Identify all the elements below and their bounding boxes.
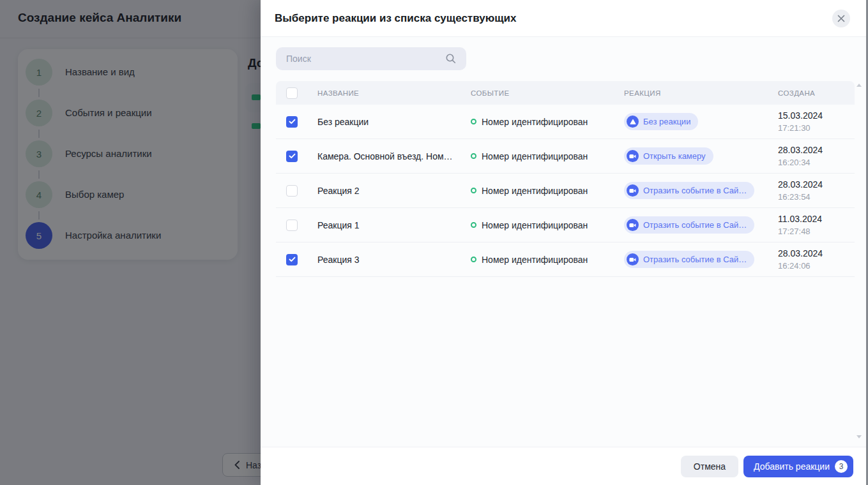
event-cell: Номер идентифицирован xyxy=(471,255,624,265)
row-checkbox-cell xyxy=(276,185,307,197)
row-checkbox[interactable] xyxy=(286,185,298,197)
row-checkbox[interactable] xyxy=(286,254,298,265)
reaction-type-icon xyxy=(627,253,639,265)
row-checkbox-cell xyxy=(276,220,307,231)
scrollbar-up-arrow-icon[interactable] xyxy=(857,84,862,87)
created-cell: 28.03.2024 16:24:06 xyxy=(778,248,855,271)
row-checkbox[interactable] xyxy=(286,116,298,128)
event-name: Номер идентифицирован xyxy=(482,255,588,265)
event-cell: Номер идентифицирован xyxy=(471,220,624,230)
reaction-type-icon xyxy=(627,219,639,231)
event-name: Номер идентифицирован xyxy=(482,117,588,127)
created-time: 17:27:48 xyxy=(778,227,855,237)
event-name: Номер идентифицирован xyxy=(482,186,588,196)
reaction-badge-label: Отразить событие в Сай… xyxy=(643,220,747,230)
event-status-icon xyxy=(471,222,476,228)
modal-backdrop[interactable] xyxy=(0,0,261,485)
reaction-badge: Отразить событие в Сай… xyxy=(624,182,754,199)
reaction-badge-label: Открыть камеру xyxy=(643,151,706,161)
event-cell: Номер идентифицирован xyxy=(471,151,624,161)
reaction-name: Реакция 1 xyxy=(307,220,471,230)
table-row[interactable]: Реакция 3 Номер идентифицирован Отразить… xyxy=(276,243,855,277)
search-field xyxy=(276,47,466,70)
reaction-badge: Отразить событие в Сай… xyxy=(624,251,754,268)
created-time: 16:23:54 xyxy=(778,192,855,202)
created-time: 16:24:06 xyxy=(778,261,855,271)
event-cell: Номер идентифицирован xyxy=(471,186,624,196)
select-all-checkbox[interactable] xyxy=(286,87,298,99)
created-cell: 28.03.2024 16:23:54 xyxy=(778,179,855,202)
reaction-type-icon xyxy=(627,184,639,197)
row-checkbox[interactable] xyxy=(286,220,298,231)
reaction-badge: Открыть камеру xyxy=(624,147,713,165)
reaction-badge-label: Без реакции xyxy=(643,117,690,126)
table-row[interactable]: Камера. Основной въезд. Ном… Номер идент… xyxy=(276,139,855,174)
reaction-name: Реакция 3 xyxy=(307,255,471,265)
table-header-row: НАЗВАНИЕ СОБЫТИЕ РЕАКЦИЯ СОЗДАНА xyxy=(276,81,855,105)
column-header-name: НАЗВАНИЕ xyxy=(307,89,471,97)
column-header-created: СОЗДАНА xyxy=(778,89,855,97)
search-input[interactable] xyxy=(276,47,466,70)
created-date: 28.03.2024 xyxy=(778,179,855,190)
reaction-type-icon xyxy=(627,116,639,128)
cancel-button[interactable]: Отмена xyxy=(681,456,738,477)
close-button[interactable] xyxy=(832,10,850,27)
add-reactions-button[interactable]: Добавить реакции 3 xyxy=(743,456,853,477)
modal-footer: Отмена Добавить реакции 3 xyxy=(261,447,866,485)
reaction-cell: Без реакции xyxy=(624,113,778,130)
reaction-badge-label: Отразить событие в Сай… xyxy=(643,255,747,264)
created-date: 28.03.2024 xyxy=(778,248,855,259)
row-checkbox-cell xyxy=(276,151,307,162)
row-checkbox-cell xyxy=(276,254,307,265)
created-date: 11.03.2024 xyxy=(778,214,855,225)
table-row[interactable]: Реакция 1 Номер идентифицирован Отразить… xyxy=(276,208,855,243)
column-header-reaction: РЕАКЦИЯ xyxy=(624,89,778,97)
modal-title: Выберите реакции из списка существующих xyxy=(275,12,516,25)
reaction-type-icon xyxy=(627,150,639,162)
no-reaction-icon xyxy=(630,119,636,125)
table-body: Без реакции Номер идентифицирован Без ре… xyxy=(276,105,855,277)
add-reactions-label: Добавить реакции xyxy=(754,461,830,472)
created-time: 17:21:30 xyxy=(778,123,855,133)
created-date: 28.03.2024 xyxy=(778,145,855,156)
reaction-badge-label: Отразить событие в Сай… xyxy=(643,186,747,195)
scrollbar-down-arrow-icon[interactable] xyxy=(857,435,862,438)
column-header-event: СОБЫТИЕ xyxy=(471,89,624,97)
reaction-cell: Отразить событие в Сай… xyxy=(624,216,778,234)
camera-icon xyxy=(629,222,636,228)
reaction-cell: Отразить событие в Сай… xyxy=(624,251,778,268)
reaction-name: Камера. Основной въезд. Ном… xyxy=(307,151,471,161)
reaction-name: Без реакции xyxy=(307,117,471,127)
event-status-icon xyxy=(471,119,476,124)
camera-icon xyxy=(629,257,636,263)
reaction-name: Реакция 2 xyxy=(307,186,471,196)
reaction-cell: Отразить событие в Сай… xyxy=(624,182,778,199)
reaction-cell: Открыть камеру xyxy=(624,147,778,165)
created-cell: 28.03.2024 16:20:34 xyxy=(778,145,855,167)
created-date: 15.03.2024 xyxy=(778,110,855,121)
reactions-table: НАЗВАНИЕ СОБЫТИЕ РЕАКЦИЯ СОЗДАНА Без реа… xyxy=(276,81,855,277)
created-cell: 15.03.2024 17:21:30 xyxy=(778,110,855,133)
reaction-badge: Без реакции xyxy=(624,113,698,130)
header-checkbox-cell xyxy=(276,87,307,99)
created-time: 16:20:34 xyxy=(778,158,855,168)
checkmark-icon xyxy=(289,153,296,159)
camera-icon xyxy=(629,188,636,194)
checkmark-icon xyxy=(289,119,296,124)
reaction-badge: Отразить событие в Сай… xyxy=(624,216,754,234)
selected-count-badge: 3 xyxy=(835,460,848,473)
table-row[interactable]: Без реакции Номер идентифицирован Без ре… xyxy=(276,105,855,139)
row-checkbox-cell xyxy=(276,116,307,128)
created-cell: 11.03.2024 17:27:48 xyxy=(778,214,855,236)
modal-header: Выберите реакции из списка существующих xyxy=(261,0,868,37)
event-cell: Номер идентифицирован xyxy=(471,117,624,127)
table-row[interactable]: Реакция 2 Номер идентифицирован Отразить… xyxy=(276,174,855,208)
camera-icon xyxy=(629,153,636,160)
event-status-icon xyxy=(471,153,476,159)
select-reactions-modal: Выберите реакции из списка существующих … xyxy=(261,0,868,485)
search-icon[interactable] xyxy=(445,53,457,64)
event-name: Номер идентифицирован xyxy=(482,220,588,230)
close-icon xyxy=(837,15,845,22)
event-status-icon xyxy=(471,188,476,193)
row-checkbox[interactable] xyxy=(286,151,298,162)
